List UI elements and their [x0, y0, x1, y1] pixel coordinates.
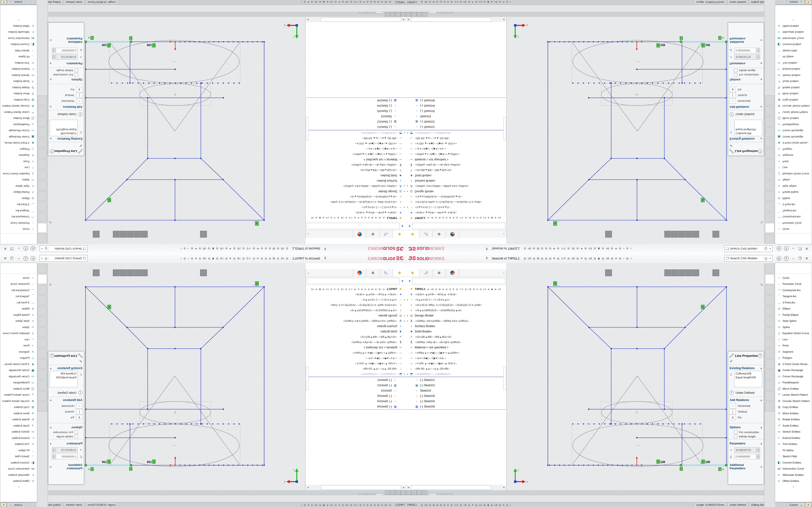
sketch-tool-item[interactable]: ∿ Style Spline: [775, 318, 812, 324]
sketch-tool-item[interactable]: ↦ Stretch Entities: [0, 429, 37, 435]
tree-item[interactable]: ▸ ▱ ○◦◎✛○✵◉[○◦○]◉✵○✛◎◦○: [406, 355, 506, 361]
help-icon[interactable]: ?: [782, 246, 790, 251]
view-tool-icon[interactable]: [546, 231, 553, 237]
commandmanager-tab[interactable]: [38, 285, 47, 294]
view-tool-icon[interactable]: [625, 270, 631, 276]
commandmanager-tab[interactable]: [38, 138, 47, 148]
section-parameters[interactable]: Parameters∧: [728, 61, 764, 67]
tree-item[interactable]: ▸ ✎ ○϶S+ЦЖ▲ΑΜ○◦○ΜΑ▲ЖЦ+϶S○: [306, 168, 406, 173]
sketch-tool-item[interactable]: ◟ Fit Spline: [775, 54, 812, 60]
view-tool-icon[interactable]: [559, 231, 566, 237]
flyout-expand-icon[interactable]: ›: [306, 232, 309, 236]
commandmanager-tab[interactable]: [38, 381, 47, 390]
scroll-left-icon[interactable]: ◄: [402, 18, 406, 21]
tree-item[interactable]: ▸ ▦ (-) Sketch6: [306, 98, 406, 103]
confirm-button[interactable]: ✔: [48, 142, 84, 149]
restore-button[interactable]: ❐: [797, 247, 803, 250]
tab-nav-button[interactable]: [401, 12, 406, 17]
tree-item[interactable]: ▸ ◐ ○϶S▲◎϶SИΝ϶Ε϶S○◦○϶S϶ΕИΝ϶S◎▲϶S○: [406, 307, 506, 313]
close-button[interactable]: ✕: [803, 257, 810, 260]
tab-propertymanager[interactable]: ⎇: [379, 269, 393, 277]
tab-nav-button[interactable]: [411, 490, 417, 495]
expander-icon[interactable]: ▸: [403, 185, 406, 187]
sketch-canvas[interactable]: y x ✎ … ✎ = 109 = 109: [48, 17, 306, 244]
sketch-tool-item[interactable]: ◡ 3 Point Arc: [0, 202, 37, 208]
checkbox[interactable]: [734, 435, 737, 438]
search-scope-icon[interactable]: ❒: [726, 257, 729, 260]
flyout-expand-icon[interactable]: ›: [306, 271, 309, 275]
view-tool-icon[interactable]: [645, 231, 651, 237]
expander-icon[interactable]: ▸: [406, 314, 409, 317]
view-tool-icon[interactable]: [719, 231, 726, 237]
view-tool-icon[interactable]: [298, 231, 305, 237]
sketch-tool-item[interactable]: ▣ Center Rectangle: [775, 367, 812, 374]
menu-item[interactable]: [462, 258, 467, 259]
relations-list[interactable]: Collinear108 Equal length109: [734, 120, 762, 136]
commandmanager-tab[interactable]: [38, 181, 47, 190]
view-tool-icon[interactable]: [664, 231, 671, 237]
sketch-tool-item[interactable]: ⊂ Offset Entities: [775, 478, 812, 484]
tree-item[interactable]: ▸ ⬒ ○϶S϶ΕИΝΛЦ+○◦○+ЦΛИΝ϶Ε϶S○: [306, 371, 406, 377]
status-custom-dropdown[interactable]: Custom▲: [786, 0, 805, 4]
sketch-tool-item[interactable]: ◐ Silhouette Entities: [0, 472, 37, 478]
commandmanager-tab[interactable]: [765, 170, 774, 180]
sketch-indicator-icon[interactable]: ✎: [49, 220, 52, 224]
account-icon[interactable]: ◎: [775, 256, 782, 261]
menu-item[interactable]: [350, 248, 355, 249]
commandmanager-tab[interactable]: [38, 149, 47, 158]
view-tool-icon[interactable]: [527, 270, 533, 276]
tab-nav-button[interactable]: [401, 490, 406, 495]
status-custom-dropdown[interactable]: Custom▲: [786, 503, 805, 507]
view-tool-icon[interactable]: [200, 231, 207, 237]
expander-icon[interactable]: ▸: [403, 132, 406, 134]
angle-spinner[interactable]: ▲▼: [757, 48, 760, 53]
commandmanager-tab[interactable]: [765, 349, 774, 358]
sketch-tool-item[interactable]: ▭ Corner Rectangle: [775, 128, 812, 134]
sketch-tool-item[interactable]: ⊙ Ellipse: [0, 195, 37, 202]
sketch-tool-item[interactable]: ∿ Style Spline: [0, 183, 37, 189]
sketch-tool-item[interactable]: ▭ Corner Rectangle: [0, 128, 37, 134]
section-existing-relations[interactable]: Existing Relations∧: [728, 365, 764, 370]
sketch-tool-item[interactable]: ∕ Line: [775, 336, 812, 343]
sketch-tool-item[interactable]: ◖ Partial Ellipse: [0, 189, 37, 195]
commandmanager-tab[interactable]: [38, 264, 47, 273]
solidworks-resources-icon[interactable]: ❦: [806, 503, 811, 507]
checkbox[interactable]: [734, 431, 737, 434]
document-tab[interactable]: [445, 12, 453, 13]
help-icon[interactable]: ?: [22, 256, 30, 261]
sketch-tool-item[interactable]: ∾ Spline: [775, 324, 812, 330]
search-dropdown-icon[interactable]: ▼: [768, 258, 772, 260]
sketch-tool-item[interactable]: ∕ Line: [0, 336, 37, 343]
sketch-tool-item[interactable]: ⊙ Ellipse: [775, 306, 812, 312]
angle-input[interactable]: 0.00000000°: [56, 48, 78, 53]
tree-item[interactable]: ▸ ∟ ○ИΝ◦9G◦▲◎○◦○◎▲◦G9◦ИΝ○: [406, 366, 506, 371]
expander-icon[interactable]: ▸: [403, 314, 406, 317]
view-tool-icon[interactable]: [553, 231, 559, 237]
view-tool-icon[interactable]: [540, 231, 546, 237]
commandmanager-tab[interactable]: [765, 191, 774, 201]
view-tool-icon[interactable]: [134, 270, 141, 276]
tab-nav-button[interactable]: [406, 12, 411, 17]
sketch-tool-item[interactable]: ◫ Mirror Entities: [775, 115, 812, 122]
view-tool-icon[interactable]: [658, 270, 664, 276]
view-tool-icon[interactable]: [266, 231, 272, 237]
tree-item[interactable]: ▸ ▱ ○✛Ξ9G◦▲○✵◉[○◦○]◉✵○▲◦G9Ξ✛○: [306, 141, 406, 146]
search-scope-icon[interactable]: ❒: [83, 257, 86, 260]
view-tool-icon[interactable]: [161, 270, 167, 276]
menu-item[interactable]: [451, 248, 457, 249]
add-relation-row[interactable]: ─ Horizontal: [50, 99, 83, 104]
filter-input[interactable]: [307, 278, 400, 284]
section-options[interactable]: Options∧: [48, 77, 84, 83]
section-existing-relations[interactable]: Existing Relations∧: [48, 365, 84, 370]
graphics-area[interactable]: y x ✎ … ✎ = 109 = 109: [506, 17, 764, 244]
view-tool-icon[interactable]: [686, 270, 692, 276]
tab-nav-button[interactable]: [417, 12, 422, 17]
solidworks-resources-icon[interactable]: ❦: [1, 0, 6, 4]
tree-item[interactable]: ▸ ⌐ Sketch3: [406, 388, 506, 393]
restore-button[interactable]: ❐: [9, 247, 15, 250]
commandmanager-tab[interactable]: [38, 106, 47, 116]
tree-item[interactable]: ▸ A ○϶SИΝ◎◦✛Α✛◎ИΝΑ○◦○ΑИΝ◎✛Α✛◦◎ИΝ϶S○: [406, 183, 506, 189]
sketch-canvas[interactable]: y x ✎ … ✎ = 109 = 109: [506, 17, 764, 244]
view-tool-icon[interactable]: [207, 270, 213, 276]
sketch-tool-item[interactable]: ✛ Move Entities: [775, 410, 812, 416]
